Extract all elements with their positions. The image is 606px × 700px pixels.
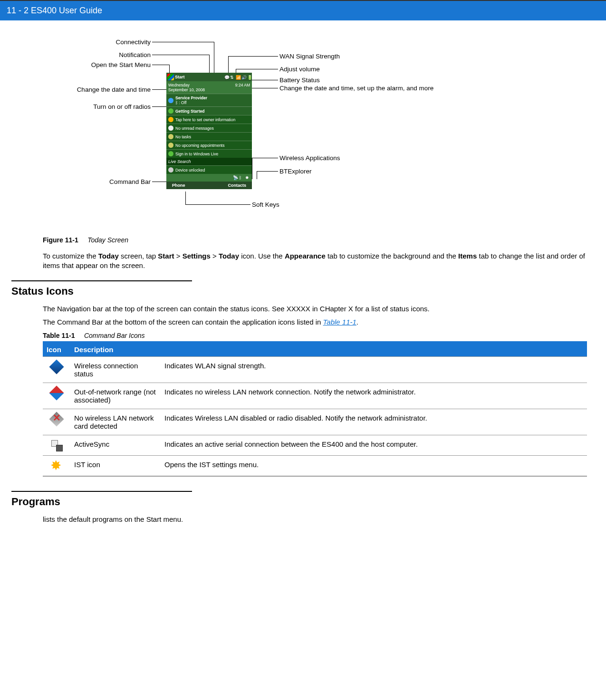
table-row: ActiveSync Indicates an active serial co… [43,435,587,456]
unread-row[interactable]: No unread messages [166,124,252,132]
phone-day: Wednesday [168,83,190,87]
windows-live-row[interactable]: Sign in to Windows Live [166,149,252,158]
getting-started-label: Getting Started [175,109,204,114]
volume-icon[interactable]: 🔊 [241,75,245,79]
wlan-app-icon[interactable]: 📡 [233,175,238,180]
th-blank [161,342,587,357]
callout-connectivity: Connectivity [43,38,151,46]
unread-label: No unread messages [175,126,214,131]
row-name: Wireless connection status [70,357,161,383]
ist-icon[interactable]: ✸ [245,175,250,180]
callout-adjust-volume: Adjust volume [279,66,320,73]
figure-area: Connectivity Notification Open the Start… [43,30,587,234]
row-name: ActiveSync [70,435,161,456]
callout-turn-radios: Turn on or off radios [43,103,151,110]
owner-row[interactable]: Tap here to set owner information [166,115,252,124]
row-desc: Opens the IST settings menu. [161,456,587,477]
programs-heading: Programs [11,496,587,508]
row-desc: Indicates Wireless LAN disabled or radio… [161,409,587,435]
table-title: Command Bar Icons [84,332,145,339]
table-label: Table 11-1 [43,332,75,339]
phone-time: 9:24 AM [235,83,250,92]
section-rule [11,280,192,281]
callout-soft-keys: Soft Keys [252,201,279,208]
callout-battery: Battery Status [279,77,320,84]
callout-change-date-left: Change the date and time [43,86,151,93]
callout-notification: Notification [43,51,151,58]
row-desc: Indicates no wireless LAN network connec… [161,383,587,409]
row-desc: Indicates an active serial connection be… [161,435,587,456]
owner-icon [168,117,173,122]
tasks-icon [168,134,173,139]
appts-label: No upcoming appointments [175,143,224,148]
page-content: Connectivity Notification Open the Start… [0,30,606,547]
tasks-row[interactable]: No tasks [166,132,252,141]
phone-navbar[interactable]: Start 💬 ⇅ 📶 🔊 🔋 [166,73,252,81]
tasks-label: No tasks [175,134,191,139]
appointments-row[interactable]: No upcoming appointments [166,141,252,149]
calendar-icon [168,143,173,148]
table-row: IST icon Opens the IST settings menu. [43,456,587,477]
row-name: IST icon [70,456,161,477]
wlan-status-icon [49,359,64,374]
softkey-phone[interactable]: Phone [172,183,185,188]
windows-live-icon [168,151,173,156]
softkey-contacts[interactable]: Contacts [228,183,246,188]
signin-label: Sign in to Windows Live [175,152,218,156]
page-header: 11 - 2 ES400 User Guide [0,0,606,20]
phone-dateline[interactable]: Wednesday September 10, 2008 9:24 AM [166,81,252,94]
connectivity-icon[interactable]: ⇅ [230,75,234,79]
phone-mockup: Start 💬 ⇅ 📶 🔊 🔋 Wednesday September 10, … [166,73,252,189]
owner-label: Tap here to set owner information [175,117,235,122]
live-search-row[interactable]: Live Search [166,158,252,165]
callout-wan: WAN Signal Strength [279,53,340,60]
table-caption: Table 11-1 Command Bar Icons [43,332,587,339]
table-row: Out-of-network range (not associated) In… [43,383,587,409]
windows-flag-icon[interactable] [167,74,174,80]
customize-paragraph: To customize the Today screen, tap Start… [43,251,587,271]
table-link[interactable]: Table 11-1 [323,318,356,326]
figure-caption: Figure 11-1 Today Screen [43,236,587,244]
th-desc: Description [70,342,161,357]
service-provider-row[interactable]: Service Provider ᛒ : Off [166,94,252,106]
soft-keys[interactable]: Phone Contacts [166,182,252,189]
mail-icon [168,125,173,131]
no-wlan-card-icon [51,414,62,424]
figure-label: Figure 11-1 [43,236,78,244]
section-rule [11,491,192,492]
wan-signal-icon[interactable]: 📶 [236,75,240,79]
notification-icon[interactable]: 💬 [224,75,228,79]
getting-started-icon [168,108,173,114]
command-bar-icons-table: Icon Description Wireless connection sta… [43,341,587,477]
radio-icon [168,98,173,103]
lock-icon [168,167,173,173]
callout-open-start: Open the Start Menu [43,61,151,68]
unlocked-row[interactable]: Device unlocked [166,165,252,174]
programs-p: lists the default programs on the Start … [43,515,587,524]
status-icons-p1: The Navigation bar at the top of the scr… [43,304,587,314]
status-icons-heading: Status Icons [11,285,587,297]
row-name: No wireless LAN network card detected [70,409,161,435]
start-label[interactable]: Start [175,75,185,79]
callout-change-date-right: Change the date and time, set up the ala… [279,85,433,92]
callout-command-bar: Command Bar [43,178,151,185]
command-bar[interactable]: 📡 ᛒ ✸ [166,174,252,182]
table-row: Wireless connection status Indicates WLA… [43,357,587,383]
unlocked-label: Device unlocked [175,168,205,173]
status-icons-p2: The Command Bar at the bottom of the scr… [43,317,587,327]
callout-btexplorer: BTExplorer [279,168,312,175]
btexplorer-icon[interactable]: ᛒ [239,175,244,180]
row-name: Out-of-network range (not associated) [70,383,161,409]
ist-settings-icon [51,460,62,471]
callout-wireless-apps: Wireless Applications [279,154,340,162]
getting-started-row[interactable]: Getting Started [166,106,252,115]
service-provider-label: Service Provider [175,96,207,100]
activesync-icon [51,440,62,451]
row-desc: Indicates WLAN signal strength. [161,357,587,383]
th-icon: Icon [43,342,70,357]
battery-icon[interactable]: 🔋 [247,75,251,79]
table-row: No wireless LAN network card detected In… [43,409,587,435]
out-of-network-icon [49,385,64,400]
phone-date: September 10, 2008 [168,87,205,92]
figure-title: Today Screen [87,236,128,244]
